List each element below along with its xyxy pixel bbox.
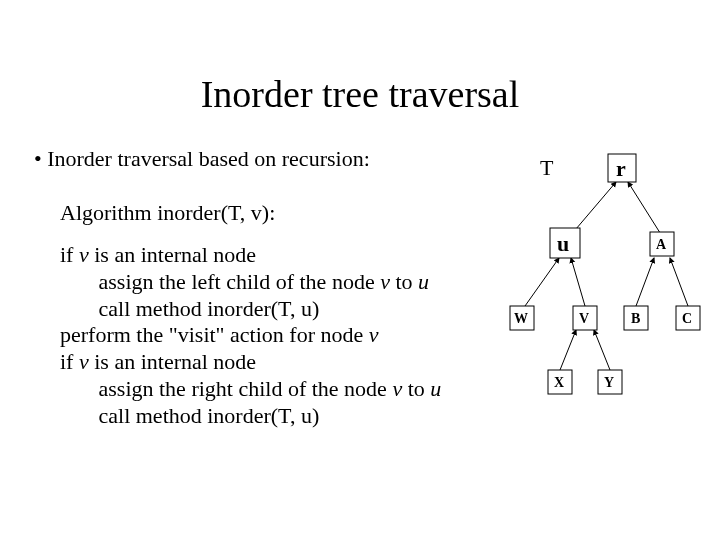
svg-line-4: [636, 258, 654, 306]
tree-diagram: T r u A W V B C X: [470, 150, 710, 410]
algorithm-signature: Algorithm inorder(T, v):: [60, 200, 275, 226]
svg-line-1: [628, 182, 662, 236]
pseudo-line-5: if v is an internal node: [60, 349, 441, 376]
svg-line-3: [571, 258, 585, 306]
pseudo-line-3: call method inorder(T, u): [60, 296, 441, 323]
bullet-line: Inorder traversal based on recursion:: [34, 146, 370, 172]
svg-line-2: [525, 258, 559, 306]
slide: { "title": "Inorder tree traversal", "bu…: [0, 0, 720, 540]
slide-title: Inorder tree traversal: [0, 72, 720, 116]
tree-node-B: B: [631, 311, 640, 326]
svg-line-5: [670, 258, 688, 306]
tree-node-Y: Y: [604, 375, 614, 390]
tree-node-A: A: [656, 237, 667, 252]
tree-node-C: C: [682, 311, 692, 326]
tree-node-u: u: [557, 231, 569, 256]
tree-label-T: T: [540, 155, 554, 180]
pseudo-line-7: call method inorder(T, u): [60, 403, 441, 430]
tree-node-W: W: [514, 311, 528, 326]
tree-node-X: X: [554, 375, 564, 390]
pseudocode-block: if v is an internal node assign the left…: [60, 242, 441, 430]
pseudo-line-2: assign the left child of the node v to u: [60, 269, 441, 296]
svg-line-6: [560, 330, 576, 370]
pseudo-line-1: if v is an internal node: [60, 242, 441, 269]
svg-line-7: [594, 330, 610, 370]
pseudo-line-4: perform the "visit" action for node v: [60, 322, 441, 349]
pseudo-line-6: assign the right child of the node v to …: [60, 376, 441, 403]
tree-node-V: V: [579, 311, 589, 326]
tree-node-r: r: [616, 156, 626, 181]
